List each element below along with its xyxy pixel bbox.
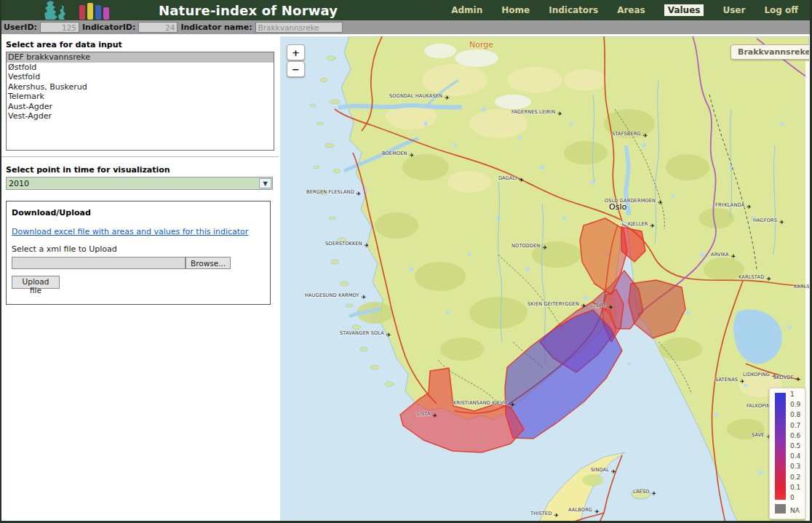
airport-label: FRYKLANDA — [715, 202, 744, 208]
airport-label: LAESO — [633, 489, 650, 495]
browse-button[interactable]: Browse... — [186, 257, 231, 269]
airport-label: SATENAS — [715, 377, 738, 383]
indicator-id-field[interactable] — [138, 22, 178, 33]
legend-value-label: 0.6 — [790, 433, 800, 439]
nav-item-home[interactable]: Home — [501, 5, 530, 15]
nav-item-log-off[interactable]: Log off — [764, 5, 798, 15]
airport-marker: SKOVDE ✈ — [773, 375, 801, 381]
area-listbox[interactable]: DEF brakkvannsrekeØstfoldVestfoldAkershu… — [6, 52, 274, 151]
airport-icon: ✈ — [386, 332, 391, 338]
upload-file-label: Select a xml file to Upload — [12, 244, 265, 254]
legend-value-label: 0.1 — [790, 484, 800, 491]
time-select[interactable]: 2010 ▼ — [6, 177, 273, 190]
area-list-item[interactable]: DEF brakkvannsreke — [7, 52, 274, 63]
airport-icon: ✈ — [643, 132, 648, 139]
airport-marker: SOGNDAL HAUKASEN ✈ — [389, 93, 450, 100]
legend-value-label: 0.7 — [790, 423, 800, 429]
upload-file-button[interactable]: Upload file — [12, 276, 60, 289]
airport-marker: DAGALI ✈ — [498, 175, 524, 182]
area-list-item[interactable]: Vest-Agder — [7, 111, 274, 121]
download-excel-link[interactable]: Download excel file with areas and value… — [12, 227, 248, 236]
map-tile-edge — [805, 61, 809, 523]
area-list-item[interactable]: Akershus, Buskerud — [7, 82, 274, 92]
zoom-out-button[interactable]: − — [287, 61, 305, 77]
legend-gradient-bar — [775, 393, 786, 500]
airport-icon: ✈ — [510, 402, 515, 408]
airport-marker: LISTA ✈ — [417, 411, 437, 418]
indicator-id-label: IndicatorID: — [82, 23, 135, 32]
airport-label: STAVANGER SOLA — [340, 330, 384, 336]
chevron-down-icon[interactable]: ▼ — [259, 178, 271, 188]
map-legend: 10.90.80.70.60.50.40.30.20.10 NA — [769, 388, 805, 519]
airport-marker: SOERSTOKKEN ✈ — [325, 241, 370, 247]
airport-icon: ✈ — [362, 294, 367, 300]
airport-marker: TORP ✈ — [593, 303, 613, 309]
airport-label: SINDAL — [591, 467, 609, 473]
airport-icon: ✈ — [658, 199, 663, 206]
airport-label: SAVE — [752, 432, 765, 438]
airport-label: THISTED — [530, 511, 552, 516]
file-path-field[interactable] — [12, 257, 186, 269]
airport-marker: KJELLER ✈ — [628, 221, 655, 228]
area-list-item[interactable]: Aust-Agder — [7, 102, 274, 112]
airport-marker: HAGFORS ✈ — [753, 217, 784, 224]
airport-icon: ✈ — [554, 512, 559, 519]
zoom-in-button[interactable]: + — [287, 44, 305, 60]
airport-label: STAFSBERG — [612, 131, 641, 137]
airport-marker: KARLSTAD ✈ — [739, 274, 771, 281]
airport-icon: ✈ — [747, 204, 752, 210]
legend-value-label: 0.4 — [790, 453, 800, 460]
sidebar: Select area for data input DEF brakkvann… — [1, 34, 279, 521]
airport-label: TORP — [593, 303, 606, 308]
nav-item-admin[interactable]: Admin — [451, 5, 482, 15]
airport-icon: ✈ — [731, 253, 736, 260]
file-input-row: Browse... — [12, 257, 265, 269]
download-upload-panel: Download/Upload Download excel file with… — [6, 201, 271, 305]
airport-marker: BOEMOEN ✈ — [382, 151, 415, 157]
airport-icon: ✈ — [611, 468, 616, 475]
airport-label: ARVIKA — [711, 252, 729, 257]
airport-icon: ✈ — [557, 111, 562, 117]
area-list-item[interactable]: Østfold — [7, 63, 274, 73]
legend-value-label: 0.2 — [790, 474, 800, 481]
app-header: Nature-index of Norway AdminHomeIndicato… — [1, 0, 810, 20]
airport-label: BOEMOEN — [382, 151, 407, 156]
airport-label: FAGERNES LEIRIN — [512, 109, 555, 115]
airport-label: LIDKOPING — [743, 372, 770, 378]
legend-value-label: 0 — [790, 495, 800, 501]
airport-label: KARLSTAD — [739, 274, 764, 280]
nav-item-values[interactable]: Values — [664, 4, 704, 16]
airport-marker: FRYKLANDA ✈ — [715, 202, 752, 209]
indicator-name-field[interactable] — [255, 22, 343, 33]
legend-value-label: 1 — [790, 391, 800, 398]
legend-value-label: 0.5 — [790, 443, 800, 450]
legend-value-label: 0.8 — [790, 412, 800, 418]
airport-icon: ✈ — [519, 177, 524, 183]
airport-icon: ✈ — [796, 376, 801, 383]
airport-marker: FAGERNES LEIRIN ✈ — [512, 109, 562, 116]
nav-item-user[interactable]: User — [723, 5, 745, 15]
time-select-label: Select point in time for visualization — [6, 165, 279, 175]
legend-na-swatch — [775, 504, 786, 514]
airport-icon: ✈ — [594, 508, 600, 515]
nav-item-indicators[interactable]: Indicators — [549, 5, 598, 15]
airport-label: LISTA — [417, 411, 431, 417]
user-id-field[interactable] — [40, 22, 79, 33]
area-list-item[interactable]: Vestfold — [7, 72, 274, 82]
page-title: Nature-index of Norway — [159, 3, 338, 18]
airport-marker: STAVANGER SOLA ✈ — [340, 330, 391, 337]
airport-marker: BERGEN FLESLAND ✈ — [306, 189, 362, 196]
airport-icon: ✈ — [581, 303, 586, 309]
airport-icon: ✈ — [445, 95, 450, 101]
sidebar-divider — [1, 156, 279, 157]
airport-icon: ✈ — [433, 412, 438, 419]
nav-item-areas[interactable]: Areas — [617, 5, 645, 15]
area-list-item[interactable]: Telemark — [7, 92, 274, 102]
airport-icon: ✈ — [365, 242, 370, 249]
airport-label: SOGNDAL HAUKASEN — [389, 93, 442, 99]
airport-label: OSLO GARDERMOEN — [605, 198, 656, 204]
airport-label: HAUGESUND KARMOY — [305, 292, 359, 298]
map-canvas[interactable]: + − Brakkvannsreke Norge Oslo SOGNDAL HA… — [280, 36, 809, 523]
indicator-id-bar: UserID: IndicatorID: Indicator name: — [1, 20, 810, 34]
airport-marker: KARLS ✈ — [794, 284, 809, 290]
